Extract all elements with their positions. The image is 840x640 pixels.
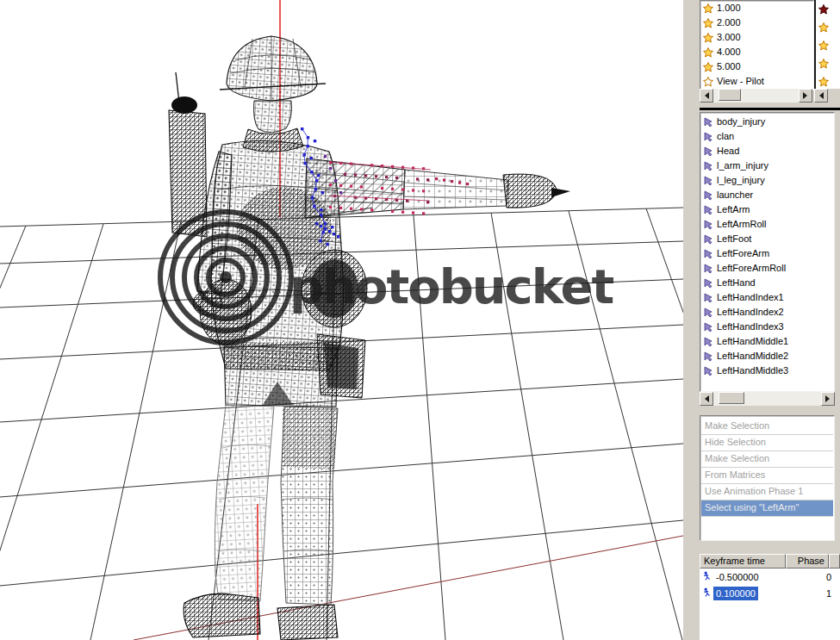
selection-icon (703, 117, 713, 127)
selection-item[interactable]: LeftArmRoll (700, 217, 834, 232)
selection-icon (703, 205, 713, 215)
menu-item-from-matrices[interactable]: From Matrices (701, 468, 833, 484)
arrow-left-icon (701, 92, 709, 99)
viewport-gutter (683, 0, 700, 640)
selection-icon (703, 322, 713, 332)
keyframe-list: 1.000 2.000 3.000 4.000 5.000 View - Pil… (700, 0, 814, 90)
selection-item[interactable]: LeftForeArm (700, 246, 834, 261)
keyframe-label: 4.000 (717, 47, 741, 57)
selection-list-hscrollbar[interactable] (700, 392, 835, 406)
ofp-anim-window: photobucket 1.000 2.000 3.000 4.000 (0, 0, 840, 640)
launcher-back (169, 72, 207, 237)
arrow-right-icon (803, 92, 811, 99)
selection-icon (703, 366, 713, 376)
keyframe-item[interactable]: 4.000 (700, 45, 813, 59)
keyframe-star-icon (818, 40, 829, 51)
selection-item[interactable]: LeftHandIndex1 (700, 290, 834, 305)
selection-item[interactable]: Head (700, 144, 834, 158)
selection-label: LeftHandMiddle1 (717, 337, 788, 346)
selection-label: clan (717, 132, 734, 141)
selection-label: launcher (717, 190, 753, 200)
soldier-wireframe-model (169, 36, 570, 640)
scroll-thumb[interactable] (719, 89, 741, 101)
menu-item-select-using-leftarm[interactable]: Select using "LeftArm" (701, 500, 833, 517)
partial-keyframe-list[interactable] (814, 0, 840, 89)
panel-divider (700, 108, 840, 110)
left-leg (215, 405, 274, 601)
arrow-left-icon (701, 395, 709, 402)
keyframe-item[interactable]: 1.000 (700, 1, 813, 16)
keyframe-row-selected[interactable]: 0.100000 1 (700, 585, 840, 601)
menu-item-make-selection[interactable]: Make Selection (701, 419, 833, 435)
3d-viewport[interactable]: photobucket (0, 0, 683, 640)
selection-item[interactable]: LeftArm (700, 202, 834, 217)
keyframe-time-value: 0.100000 (713, 587, 758, 600)
partial-scroll-left-button[interactable] (814, 89, 828, 103)
arrow-left-icon (816, 92, 824, 99)
selection-item[interactable]: LeftFoot (700, 232, 834, 246)
selection-icon (703, 146, 713, 157)
keyframe-time-value: -0.500000 (713, 570, 762, 584)
keyframe-item[interactable]: 2.000 (700, 16, 813, 30)
selection-icon (703, 337, 713, 347)
scroll-right-button[interactable] (821, 392, 835, 406)
selection-icon (703, 264, 713, 274)
selection-item[interactable]: LeftHandIndex2 (700, 305, 834, 320)
keyframe-star-icon (818, 22, 829, 33)
action-menu: Make Selection Hide Selection Make Selec… (700, 415, 835, 541)
menu-item-use-animation-phase[interactable]: Use Animation Phase 1 (701, 484, 833, 500)
selection-item[interactable]: LeftHand (700, 276, 834, 290)
selection-label: LeftFoot (717, 234, 751, 244)
keyframe-star-icon (703, 62, 713, 72)
helmet (220, 36, 326, 101)
selection-label: body_injury (717, 117, 765, 127)
menu-item-hide-selection[interactable]: Hide Selection (701, 435, 833, 451)
keyframe-star-icon-red (818, 4, 829, 15)
scroll-track[interactable] (713, 392, 821, 406)
selection-item[interactable]: body_injury (700, 115, 834, 129)
selection-item[interactable]: l_arm_injury (700, 158, 834, 173)
selection-icon (703, 278, 713, 289)
selection-icon (703, 176, 713, 186)
keyframe-item[interactable]: 5.000 (700, 59, 813, 74)
selection-item[interactable]: LeftForeArmRoll (700, 261, 834, 276)
keyframe-item-view-pilot[interactable]: View - Pilot (700, 74, 813, 89)
selection-label: Head (717, 146, 739, 156)
keyframe-table-header: Keyframe time Phase (700, 554, 840, 569)
column-header-keyframe-time[interactable]: Keyframe time (700, 554, 786, 569)
keyframe-row[interactable]: -0.500000 0 (700, 569, 840, 585)
selection-item[interactable]: LeftHandMiddle1 (700, 334, 834, 349)
scroll-track[interactable] (713, 89, 799, 103)
selection-item[interactable]: launcher (700, 188, 834, 202)
arrow-right-icon (825, 395, 833, 402)
selection-label: LeftHandMiddle3 (717, 366, 788, 376)
keyframe-label: View - Pilot (717, 77, 764, 86)
selection-item[interactable]: LeftHandIndex3 (700, 320, 834, 334)
keyframe-list-hscrollbar[interactable] (700, 89, 812, 103)
keyframe-item[interactable]: 3.000 (700, 30, 813, 45)
anim-phase-icon (702, 571, 713, 583)
selection-item[interactable]: LeftHandMiddle3 (700, 363, 834, 378)
selection-list: body_injury clan Head l_arm_injury l_leg… (700, 112, 835, 392)
keyframe-label: 5.000 (717, 62, 741, 71)
scroll-left-button[interactable] (700, 392, 713, 406)
menu-item-make-selection-2[interactable]: Make Selection (701, 451, 833, 468)
selection-label: LeftArm (717, 205, 750, 214)
column-header-phase[interactable]: Phase (786, 554, 829, 569)
selection-item[interactable]: clan (700, 129, 834, 144)
keyframe-table: Keyframe time Phase -0.500000 0 0.100000… (700, 554, 840, 640)
selection-label: LeftHandIndex3 (717, 322, 784, 332)
selection-item[interactable]: LeftHandMiddle2 (700, 349, 834, 363)
selection-label: LeftHand (717, 278, 756, 288)
keyframe-star-icon (703, 77, 713, 87)
selection-label: LeftHandMiddle2 (717, 351, 788, 361)
selection-label: LeftForeArm (717, 249, 769, 258)
selection-item[interactable]: l_leg_injury (700, 173, 834, 188)
keyframe-star-icon (703, 33, 713, 43)
scroll-thumb[interactable] (719, 392, 744, 404)
selection-icon (703, 351, 713, 362)
scroll-left-button[interactable] (700, 89, 713, 103)
scroll-right-button[interactable] (799, 89, 812, 103)
selection-icon (703, 220, 713, 230)
selection-icon (703, 190, 713, 201)
